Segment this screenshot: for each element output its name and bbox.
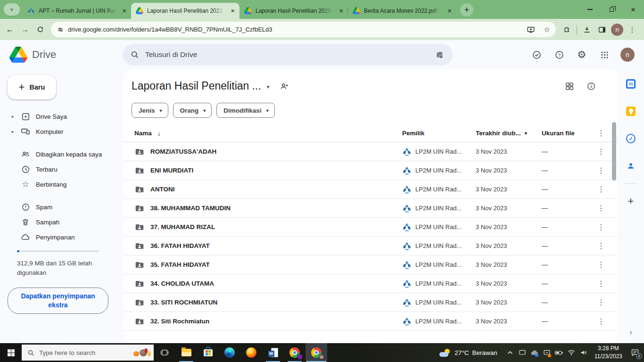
row-menu-icon[interactable]: ⋮: [597, 260, 605, 269]
drive-search-bar[interactable]: Telusuri di Drive: [123, 44, 453, 66]
browser-tab-apt[interactable]: APT – Rumah Jurnal | UIN Rade ✕: [23, 3, 131, 19]
file-row[interactable]: ANTONI LP2M UIN Rad... 3 Nov 2023 — ⋮: [124, 180, 618, 199]
row-menu-icon[interactable]: ⋮: [597, 222, 605, 231]
calendar-app-icon[interactable]: 31: [626, 79, 636, 89]
window-minimize-button[interactable]: [579, 0, 601, 19]
new-button[interactable]: + Baru: [8, 75, 56, 99]
file-row[interactable]: 37. MUHAMAD RIZAL LP2M UIN Rad... 3 Nov …: [124, 218, 618, 237]
keep-app-icon[interactable]: [626, 106, 636, 116]
drive-brand[interactable]: Drive: [9, 47, 123, 63]
tray-battery-icon[interactable]: [554, 346, 564, 359]
tab-close-icon[interactable]: ✕: [337, 7, 345, 15]
sidebar-item-dibagikan[interactable]: Dibagikan kepada saya: [8, 147, 124, 162]
file-row[interactable]: 34. CHOLIDA UTAMA LP2M UIN Rad... 3 Nov …: [124, 274, 618, 293]
info-icon[interactable]: [586, 82, 596, 91]
contacts-app-icon[interactable]: [626, 161, 636, 171]
microsoft-store-button[interactable]: [197, 343, 219, 362]
sidebar-item-komputer[interactable]: ▸ Komputer: [8, 124, 124, 139]
drive-profile-avatar[interactable]: n: [620, 48, 635, 62]
downloads-button[interactable]: [580, 23, 594, 37]
url-text[interactable]: drive.google.com/drive/folders/1a4wBB8V_…: [68, 26, 521, 33]
reload-button[interactable]: [33, 23, 47, 37]
extensions-button[interactable]: [560, 23, 574, 37]
search-options-button[interactable]: [430, 45, 449, 64]
taskbar-search-box[interactable]: Type here to search: [22, 345, 154, 361]
tab-close-icon[interactable]: ✕: [229, 7, 237, 15]
hide-side-panel-chevron[interactable]: ›: [618, 328, 644, 337]
file-explorer-button[interactable]: [175, 343, 197, 362]
expand-right-icon[interactable]: ▸: [10, 114, 15, 119]
chrome-profile-n-button[interactable]: n: [305, 343, 327, 362]
edge-button[interactable]: [219, 343, 240, 362]
tab-close-icon[interactable]: ✕: [120, 7, 128, 15]
tray-volume-icon[interactable]: [578, 346, 589, 359]
tray-wifi-icon[interactable]: [566, 346, 577, 359]
start-button[interactable]: [0, 343, 22, 362]
column-header-owner[interactable]: Pemilik: [402, 130, 476, 137]
sidebar-item-spam[interactable]: Spam: [8, 199, 124, 214]
caret-down-icon[interactable]: ▾: [267, 84, 270, 90]
site-info-icon[interactable]: [57, 26, 64, 33]
column-header-name[interactable]: Nama ↓: [134, 130, 402, 137]
file-row[interactable]: 36. FATAH HIDAYAT LP2M UIN Rad... 3 Nov …: [124, 237, 618, 255]
row-menu-icon[interactable]: ⋮: [597, 279, 605, 288]
filter-chip-orang[interactable]: Orang ▾: [173, 103, 212, 118]
window-close-button[interactable]: ✕: [622, 0, 644, 19]
column-header-size[interactable]: Ukuran file: [542, 130, 591, 137]
action-center-button[interactable]: 2: [626, 343, 644, 362]
tray-display-icon[interactable]: [517, 346, 528, 359]
row-menu-icon[interactable]: ⋮: [597, 185, 605, 194]
new-tab-button[interactable]: +: [460, 3, 473, 16]
word-button[interactable]: W: [262, 343, 284, 362]
row-menu-icon[interactable]: ⋮: [597, 166, 605, 175]
address-bar[interactable]: drive.google.com/drive/folders/1a4wBB8V_…: [51, 22, 556, 37]
sidebar-item-penyimpanan[interactable]: Penyimpanan: [8, 230, 124, 245]
tasks-app-icon[interactable]: ✓: [626, 133, 636, 144]
settings-button[interactable]: ⚙: [572, 45, 591, 64]
tray-expand-button[interactable]: [505, 346, 515, 359]
tray-screenshare-icon[interactable]: [542, 346, 552, 359]
list-scrollbar-thumb[interactable]: [612, 122, 616, 181]
side-panel-button[interactable]: [595, 23, 609, 37]
sidebar-item-drive-saya[interactable]: ▸ Drive Saya: [8, 109, 124, 124]
browser-profile-avatar[interactable]: n: [611, 24, 623, 36]
get-more-storage-button[interactable]: Dapatkan penyimpanan ekstra: [8, 288, 108, 314]
chrome-profile2-button[interactable]: [284, 343, 305, 362]
grid-view-icon[interactable]: [565, 82, 574, 91]
help-button[interactable]: ?: [550, 45, 569, 64]
install-app-button[interactable]: [525, 24, 537, 36]
back-button[interactable]: ←: [3, 23, 17, 37]
column-header-modified[interactable]: Terakhir diub... ▾: [476, 130, 542, 137]
taskbar-clock[interactable]: 3:28 PM 11/23/2023: [591, 345, 626, 361]
file-row[interactable]: 38. MUHAMMAD TAMUDIN LP2M UIN Rad... 3 N…: [124, 199, 618, 218]
column-options-icon[interactable]: ⋮: [597, 129, 605, 138]
tab-search-button[interactable]: ˅: [4, 3, 20, 16]
browser-tab-laporan-2021[interactable]: Laporan Hasil Penelitian 2021 - ✕: [131, 3, 239, 19]
offline-status-button[interactable]: [527, 45, 546, 64]
file-row[interactable]: ENI MURDIATI LP2M UIN Rad... 3 Nov 2023 …: [124, 161, 618, 180]
window-restore-button[interactable]: [601, 0, 622, 19]
share-folder-button[interactable]: [280, 82, 289, 91]
row-menu-icon[interactable]: ⋮: [597, 298, 605, 307]
file-row[interactable]: 33. SITI ROCHMIATUN LP2M UIN Rad... 3 No…: [124, 293, 618, 312]
thanksgiving-doodle-icon[interactable]: [133, 349, 151, 356]
filter-chip-jenis[interactable]: Jenis ▾: [132, 103, 168, 118]
firefox-button[interactable]: [240, 343, 262, 362]
browser-tab-laporan-2020[interactable]: Laporan Hasil Penelitian 2020 - ✕: [239, 3, 348, 19]
file-row[interactable]: 35. FATAH HIDAYAT LP2M UIN Rad... 3 Nov …: [124, 255, 618, 274]
tray-onedrive-icon[interactable]: [529, 346, 540, 359]
sort-descending-icon[interactable]: ↓: [157, 130, 161, 137]
get-addons-button[interactable]: +: [626, 196, 636, 206]
row-menu-icon[interactable]: ⋮: [597, 317, 605, 326]
browser-tab-berita-acara[interactable]: Berita Acara Monev 2022.pdf - ✕: [348, 3, 456, 19]
row-menu-icon[interactable]: ⋮: [597, 241, 605, 250]
row-menu-icon[interactable]: ⋮: [597, 147, 605, 156]
browser-menu-button[interactable]: ⋮: [625, 23, 639, 37]
folder-title[interactable]: Laporan Hasil Penelitian ...: [132, 80, 261, 92]
google-apps-button[interactable]: [595, 45, 614, 64]
file-row[interactable]: ROMZIATUSSA'ADAH LP2M UIN Rad... 3 Nov 2…: [124, 142, 618, 161]
sidebar-item-terbaru[interactable]: Terbaru: [8, 162, 124, 177]
forward-button[interactable]: →: [18, 23, 32, 37]
task-view-button[interactable]: [154, 343, 175, 362]
sidebar-item-sampah[interactable]: Sampah: [8, 214, 124, 230]
